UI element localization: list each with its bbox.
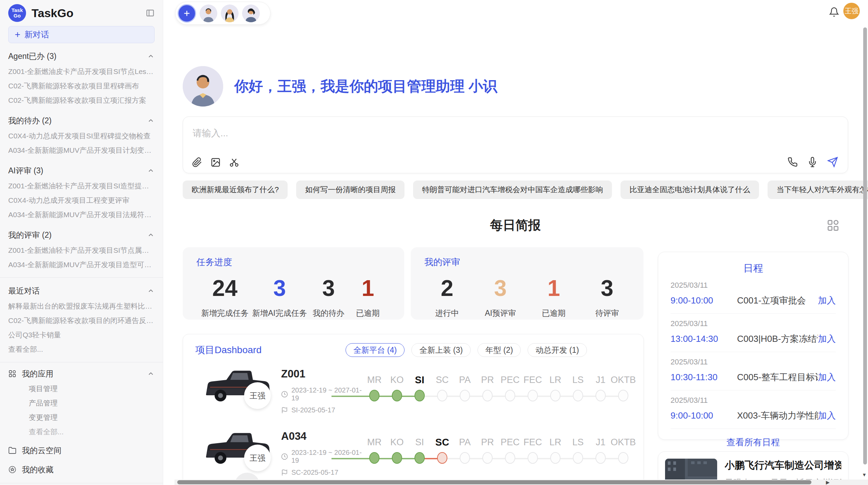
tab-powertrain[interactable]: 动总开发 (1) bbox=[528, 343, 587, 357]
scroll-right-arrow[interactable]: ▶ bbox=[826, 480, 830, 485]
suggestion-chip[interactable]: 当下年轻人对汽车外观有怎样的喜好趋势 bbox=[768, 181, 868, 199]
list-item[interactable]: Z001-全新燃油皮卡产品开发项目SI节点Lesson Learn报告 bbox=[8, 64, 155, 79]
milestone: PA bbox=[454, 436, 476, 465]
logo-line1: Task bbox=[11, 8, 23, 13]
milestone: MR bbox=[363, 373, 386, 403]
join-meeting-link[interactable]: 加入 bbox=[818, 333, 836, 345]
chevron-up-icon[interactable] bbox=[147, 117, 155, 124]
suggestion-chip[interactable]: 比亚迪全固态电池计划具体说了什么 bbox=[620, 181, 759, 199]
user-avatar[interactable]: 王强 bbox=[843, 3, 860, 19]
list-item[interactable]: A034-全新新能源MUV产品开发项目造型可行性评审 bbox=[8, 258, 155, 272]
image-icon[interactable] bbox=[210, 157, 221, 167]
list-item[interactable]: C0X4-动力总成开发项目工程变更评审 bbox=[8, 193, 155, 208]
section-ai-review[interactable]: AI评审 (3) bbox=[8, 162, 155, 179]
attach-icon[interactable] bbox=[192, 157, 202, 167]
chevron-up-icon[interactable] bbox=[147, 287, 155, 295]
sidebar-item-favorites[interactable]: 我的收藏 bbox=[8, 462, 155, 477]
avatar[interactable] bbox=[221, 4, 239, 22]
list-item[interactable]: A034-全新新能源MUV产品开发项目计划变更表编写 bbox=[8, 143, 155, 158]
project-media: 王强 bbox=[200, 367, 286, 415]
stat-value: 3 bbox=[273, 276, 286, 300]
page-title: 每日简报 bbox=[490, 218, 541, 232]
milestone: J1 bbox=[589, 373, 612, 403]
new-chat-button[interactable]: + 新对话 bbox=[8, 26, 155, 43]
sidebar-item-change-mgmt[interactable]: 变更管理 bbox=[8, 410, 155, 425]
project-row[interactable]: 王强 A034 2023-12-19 ~ 2026-01-19 SC-2025-… bbox=[195, 427, 643, 482]
sidebar-item-product-mgmt[interactable]: 产品管理 bbox=[8, 396, 155, 410]
milestone-dot bbox=[437, 452, 447, 464]
project-owner-badge: 王强 bbox=[244, 445, 271, 471]
send-icon[interactable] bbox=[827, 157, 838, 167]
event-title: X003-车辆动力学性能验... bbox=[737, 410, 818, 422]
milestone-dot bbox=[573, 452, 583, 464]
project-dates: 2023-12-19 ~ 2027-01-19 bbox=[281, 386, 367, 402]
chevron-up-icon[interactable] bbox=[147, 167, 155, 174]
section-title: AI评审 (3) bbox=[8, 165, 43, 176]
sidebar-item-cloud-space[interactable]: 我的云空间 bbox=[8, 443, 155, 458]
view-all-schedule-link[interactable]: 查看所有日程 bbox=[671, 436, 836, 448]
project-row[interactable]: 王强 Z001 2023-12-19 ~ 2027-01-19 SI-2025-… bbox=[195, 365, 643, 419]
list-item[interactable]: A034-全新新能源MUV产品开发项目法规符合性评审 bbox=[8, 208, 155, 222]
milestone-dot bbox=[392, 452, 402, 464]
tab-platform[interactable]: 全新平台 (4) bbox=[346, 343, 405, 357]
sidebar-item-my-apps[interactable]: 我的应用 bbox=[8, 366, 155, 382]
tab-upfit[interactable]: 全新上装 (3) bbox=[411, 343, 471, 357]
chevron-up-icon[interactable] bbox=[147, 52, 155, 60]
event-time: 9:00-10:00 bbox=[671, 410, 725, 421]
view-all-chats-link[interactable]: 查看全部... bbox=[8, 342, 155, 357]
notifications-bell-icon[interactable] bbox=[829, 7, 839, 17]
event-date: 2025/03/11 bbox=[671, 358, 836, 366]
project-flag: SI-2025-05-17 bbox=[281, 406, 367, 414]
phone-icon[interactable] bbox=[787, 157, 798, 167]
stat-label: 新增AI完成任务 bbox=[252, 308, 307, 319]
join-meeting-link[interactable]: 加入 bbox=[818, 371, 836, 383]
list-item[interactable]: 公司Q3轻卡销量 bbox=[8, 328, 155, 342]
section-my-review[interactable]: 我的评审 (2) bbox=[8, 227, 155, 243]
suggestion-chip[interactable]: 特朗普可能对进口汽车增税会对中国车企造成哪些影响 bbox=[413, 181, 612, 199]
section-my-todo[interactable]: 我的待办 (2) bbox=[8, 112, 155, 129]
chevron-up-icon[interactable] bbox=[147, 231, 155, 239]
list-item[interactable]: Z001-全新燃油轻卡产品开发项目SI造型提交物评审 bbox=[8, 179, 155, 193]
apps-grid-icon bbox=[8, 370, 16, 378]
mic-icon[interactable] bbox=[807, 157, 818, 167]
stat-label: 已逾期 bbox=[542, 308, 566, 319]
dashboard-header: 项目Dashboard 全新平台 (4) 全新上装 (3) 年型 (2) 动总开… bbox=[195, 343, 643, 357]
stat-value: 3 bbox=[322, 276, 335, 300]
join-meeting-link[interactable]: 加入 bbox=[818, 295, 836, 307]
sidebar-item-project-mgmt[interactable]: 项目管理 bbox=[8, 382, 155, 396]
list-item[interactable]: 解释最新出台的欧盟报废车法规再生塑料比例被调至15%... bbox=[8, 299, 155, 313]
add-agent-button[interactable] bbox=[178, 4, 196, 23]
collapse-sidebar-icon[interactable] bbox=[146, 9, 155, 17]
list-item[interactable]: Z001-全新燃油轻卡产品开发项目SI节点属性5D文件评审 bbox=[8, 243, 155, 258]
suggestion-chip[interactable]: 如何写一份清晰的项目周报 bbox=[296, 181, 405, 199]
list-item[interactable]: C02-飞腾新能源轻客改款项目立项汇报方案 bbox=[8, 93, 155, 108]
project-flag-text: SI-2025-05-17 bbox=[291, 406, 335, 414]
layout-grid-icon[interactable] bbox=[827, 219, 840, 232]
horizontal-scrollbar-thumb[interactable] bbox=[177, 480, 811, 484]
avatar[interactable] bbox=[242, 4, 260, 22]
milestone: SI bbox=[408, 373, 431, 403]
stat: 3 新增AI完成任务 bbox=[252, 276, 307, 319]
list-item[interactable]: C0X4-动力总成开发项目SI里程碑提交物检查 bbox=[8, 129, 155, 143]
scroll-down-arrow[interactable]: ▼ bbox=[862, 472, 867, 477]
horizontal-scrollbar-track[interactable]: ▶ bbox=[174, 480, 868, 485]
list-item[interactable]: C02-飞腾新能源轻客改款项目的闭环通告反馈情况 bbox=[8, 313, 155, 328]
vertical-scrollbar[interactable] bbox=[863, 27, 867, 464]
milestone-dot bbox=[482, 390, 493, 401]
section-recent-chats[interactable]: 最近对话 bbox=[8, 283, 155, 299]
scissors-icon[interactable] bbox=[229, 157, 239, 167]
milestone-dot bbox=[618, 452, 628, 464]
avatar[interactable] bbox=[200, 4, 217, 22]
list-item[interactable]: C02-飞腾新能源轻客改款项目里程碑画布 bbox=[8, 79, 155, 93]
suggestion-chip[interactable]: 欧洲新规最近颁布了什么? bbox=[183, 181, 288, 199]
milestone-dot bbox=[392, 390, 402, 401]
join-meeting-link[interactable]: 加入 bbox=[818, 410, 836, 422]
chevron-up-icon[interactable] bbox=[147, 370, 155, 377]
view-all-apps-link[interactable]: 查看全部... bbox=[8, 425, 155, 439]
section-agent-done[interactable]: Agent已办 (3) bbox=[8, 48, 155, 64]
tab-model-year[interactable]: 年型 (2) bbox=[478, 343, 521, 357]
milestone: OKTB bbox=[612, 436, 635, 465]
project-info: Z001 2023-12-19 ~ 2027-01-19 SI-2025-05-… bbox=[281, 368, 367, 414]
milestone: LR bbox=[544, 373, 567, 403]
chat-composer[interactable]: 请输入... bbox=[183, 116, 848, 173]
